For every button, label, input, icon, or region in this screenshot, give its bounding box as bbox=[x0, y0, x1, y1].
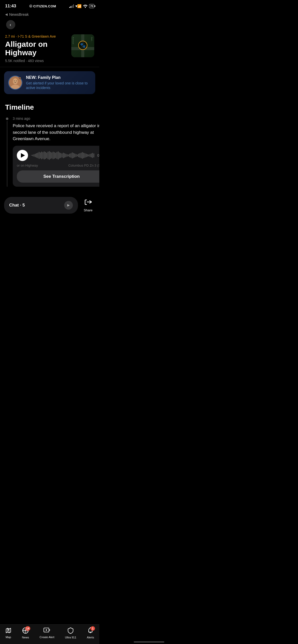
waveform-bar bbox=[53, 152, 53, 159]
waveform-bar bbox=[78, 154, 79, 157]
waveform-bar bbox=[46, 153, 47, 158]
svg-point-0 bbox=[85, 7, 86, 8]
waveform-bar bbox=[73, 153, 74, 158]
waveform-bar bbox=[74, 153, 75, 157]
waveform-bar bbox=[40, 152, 41, 158]
back-button[interactable]: ‹ bbox=[6, 20, 15, 29]
waveform-bar bbox=[31, 155, 32, 156]
waveform-bar bbox=[34, 154, 34, 157]
status-domain: ⦾ CITIZEN.COM bbox=[29, 4, 56, 8]
waveform-bar bbox=[63, 153, 64, 158]
timeline-timestamp: 3 mins ago bbox=[13, 116, 99, 121]
map-label-south: Sout... bbox=[91, 37, 93, 42]
waveform-bar bbox=[83, 153, 84, 158]
waveform-bar bbox=[32, 155, 33, 156]
send-button[interactable]: ► bbox=[64, 201, 73, 210]
send-icon: ► bbox=[66, 203, 71, 208]
share-icon bbox=[85, 198, 92, 207]
status-time: 11:43 bbox=[5, 4, 16, 9]
share-label: Share bbox=[84, 208, 93, 212]
waveform-bar bbox=[55, 153, 56, 158]
audio-label-left: or on Highway bbox=[17, 164, 38, 167]
waveform-bar bbox=[72, 152, 73, 158]
chat-label: Chat · 5 bbox=[9, 203, 25, 208]
waveform-bar bbox=[79, 153, 80, 158]
audio-label-right: Columbus PD Zn 3 (SW... bbox=[68, 164, 99, 167]
waveform-bar bbox=[88, 154, 89, 156]
timeline-dot bbox=[6, 118, 8, 120]
waveform-bar bbox=[77, 154, 78, 156]
map-background: Avenue Sout... 🐾 bbox=[71, 34, 94, 57]
notification-dot: 🔔 bbox=[19, 76, 22, 79]
timeline-item: 3 mins ago Police have received a report… bbox=[5, 116, 94, 192]
waveform-bar bbox=[93, 153, 94, 157]
waveform-bar bbox=[69, 154, 70, 157]
waveform-bar bbox=[90, 154, 90, 157]
timeline-section: Timeline 3 mins ago Police have received… bbox=[0, 98, 99, 192]
incident-header: 2.7 mi · I-71 S & Greenlawn Ave Alligato… bbox=[0, 29, 99, 67]
waveform-bar bbox=[81, 153, 82, 158]
svg-point-6 bbox=[16, 81, 17, 81]
waveform-bar bbox=[41, 152, 42, 159]
waveform bbox=[31, 151, 94, 160]
incident-info: 2.7 mi · I-71 S & Greenlawn Ave Alligato… bbox=[5, 34, 68, 63]
paw-icon: 🐾 bbox=[78, 41, 87, 50]
waveform-bar bbox=[67, 154, 67, 157]
timeline-content: 3 mins ago Police have received a report… bbox=[13, 116, 99, 187]
status-bar: 11:43 ⦾ CITIZEN.COM ▾📶 70 bbox=[0, 0, 99, 10]
see-transcription-button[interactable]: See Transcription bbox=[17, 170, 99, 183]
family-plan-title: NEW: Family Plan bbox=[26, 75, 91, 80]
waveform-bar bbox=[54, 152, 55, 159]
waveform-bar bbox=[57, 152, 57, 159]
battery-icon: 70 bbox=[89, 4, 94, 8]
chat-bar[interactable]: Chat · 5 ► bbox=[4, 197, 78, 214]
signal-icon bbox=[69, 4, 74, 8]
waveform-bar bbox=[44, 151, 45, 159]
audio-label-row: or on Highway Columbus PD Zn 3 (SW... bbox=[17, 164, 99, 167]
timeline-line bbox=[5, 116, 9, 187]
waveform-bar bbox=[64, 153, 65, 158]
waveform-bar bbox=[87, 154, 88, 157]
waveform-bar bbox=[65, 154, 66, 157]
timeline-description: Police have received a report of an alli… bbox=[13, 123, 99, 142]
waveform-bar bbox=[35, 154, 36, 157]
audio-player-wrapper: 00:12 or on Highway Columbus PD Zn 3 (SW… bbox=[13, 146, 99, 187]
back-nav: ◀ NewsBreak bbox=[0, 10, 99, 18]
waveform-bar bbox=[82, 152, 83, 159]
waveform-bar bbox=[48, 152, 48, 159]
incident-map[interactable]: Avenue Sout... 🐾 bbox=[71, 34, 94, 57]
waveform-bar bbox=[37, 153, 38, 158]
waveform-bar bbox=[36, 153, 37, 158]
timeline-vertical-line bbox=[7, 121, 7, 187]
svg-point-5 bbox=[14, 81, 15, 81]
waveform-bar bbox=[71, 153, 71, 158]
play-icon bbox=[21, 153, 25, 158]
incident-title: Alligator on Highway bbox=[5, 40, 68, 57]
waveform-bar bbox=[76, 154, 76, 157]
waveform-bar bbox=[39, 152, 39, 159]
waveform-bar bbox=[68, 154, 69, 156]
chat-share-row: Chat · 5 ► Share bbox=[4, 197, 95, 214]
waveform-bar bbox=[43, 152, 43, 159]
waveform-bar bbox=[49, 151, 50, 160]
waveform-bar bbox=[91, 153, 92, 157]
waveform-bar bbox=[50, 152, 51, 159]
audio-controls-row: 00:12 bbox=[17, 150, 99, 161]
waveform-bar bbox=[85, 153, 85, 158]
incident-stats: 5.5K notified · 483 views bbox=[5, 59, 68, 63]
share-area[interactable]: Share bbox=[81, 198, 95, 212]
waveform-bar bbox=[62, 153, 62, 157]
play-button[interactable] bbox=[17, 150, 28, 161]
audio-duration: 00:12 bbox=[97, 153, 99, 157]
family-plan-banner[interactable]: 🔔 NEW: Family Plan Get alerted if your l… bbox=[4, 71, 95, 94]
avatar: 🔔 bbox=[8, 76, 22, 90]
wifi-icon: ▾📶 bbox=[75, 4, 82, 8]
waveform-bar bbox=[51, 152, 52, 158]
waveform-bar bbox=[92, 153, 93, 158]
waveform-bar bbox=[86, 154, 87, 157]
waveform-bar bbox=[45, 152, 46, 159]
timeline-label: Timeline bbox=[5, 103, 94, 111]
incident-distance: 2.7 mi · I-71 S & Greenlawn Ave bbox=[5, 34, 68, 38]
audio-player[interactable]: 00:12 or on Highway Columbus PD Zn 3 (SW… bbox=[13, 146, 99, 187]
waveform-bar bbox=[60, 153, 61, 158]
